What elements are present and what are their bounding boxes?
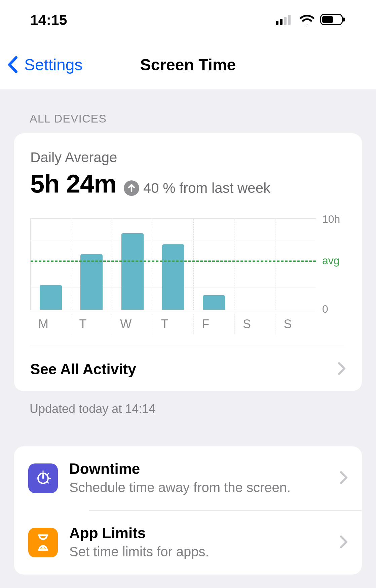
updated-timestamp: Updated today at 14:14 — [0, 391, 376, 416]
y-axis-avg-label: avg — [322, 254, 340, 267]
svg-point-12 — [42, 538, 44, 540]
page-title: Screen Time — [140, 56, 236, 74]
usage-summary-card: Daily Average 5h 24m 40 % from last week — [14, 133, 362, 391]
svg-rect-3 — [288, 15, 291, 25]
x-axis-tick: T — [71, 314, 112, 334]
chevron-right-icon — [340, 471, 348, 486]
chevron-right-icon — [340, 535, 348, 550]
status-time: 14:15 — [30, 12, 67, 28]
svg-line-11 — [47, 482, 48, 483]
back-button[interactable]: Settings — [24, 56, 82, 74]
see-all-activity-row[interactable]: See All Activity — [14, 347, 362, 391]
chart-bar — [71, 219, 112, 310]
chart-bar — [112, 219, 153, 310]
status-indicators — [276, 13, 346, 27]
svg-rect-0 — [276, 21, 278, 25]
app-limits-row[interactable]: App Limits Set time limits for apps. — [14, 511, 362, 575]
trend-text: 40 % from last week — [143, 180, 270, 196]
y-axis-bottom-label: 0 — [322, 303, 328, 315]
wifi-icon — [299, 14, 315, 27]
downtime-subtitle: Schedule time away from the screen. — [69, 479, 328, 496]
x-axis-tick: F — [194, 314, 235, 334]
chart-bar — [275, 219, 316, 310]
chart-bar — [153, 219, 194, 310]
status-bar: 14:15 — [0, 0, 376, 40]
y-axis-top-label: 10h — [322, 213, 340, 226]
chart-bar — [31, 219, 71, 310]
app-limits-subtitle: Set time limits for apps. — [69, 543, 328, 560]
downtime-row[interactable]: Downtime Schedule time away from the scr… — [14, 446, 362, 510]
x-axis-tick: S — [275, 314, 316, 334]
options-list: Downtime Schedule time away from the scr… — [14, 446, 362, 575]
svg-line-9 — [47, 474, 48, 475]
app-limits-title: App Limits — [69, 525, 328, 542]
svg-rect-6 — [343, 18, 345, 22]
navigation-bar: Settings Screen Time — [0, 40, 376, 89]
trend-indicator: 40 % from last week — [124, 180, 270, 196]
svg-rect-5 — [322, 16, 333, 23]
content-area: ALL DEVICES Daily Average 5h 24m 40 % fr… — [0, 89, 376, 588]
downtime-title: Downtime — [69, 460, 328, 477]
x-axis-tick: T — [153, 314, 194, 334]
section-header-all-devices: ALL DEVICES — [0, 106, 376, 133]
battery-icon — [320, 13, 346, 27]
arrow-up-icon — [124, 180, 139, 196]
chevron-right-icon — [338, 362, 346, 377]
see-all-activity-label: See All Activity — [30, 361, 136, 378]
x-axis-tick: S — [235, 314, 276, 334]
x-axis-tick: W — [112, 314, 153, 334]
chart-bar — [194, 219, 234, 310]
usage-chart: 10h avg 0 — [30, 218, 346, 310]
daily-average-value: 5h 24m — [30, 169, 116, 198]
cellular-signal-icon — [276, 14, 294, 26]
daily-average-label: Daily Average — [30, 149, 346, 166]
svg-rect-1 — [280, 19, 283, 25]
chart-bar — [234, 219, 275, 310]
hourglass-icon — [28, 528, 58, 557]
x-axis-tick: M — [30, 314, 71, 334]
svg-rect-2 — [284, 17, 287, 25]
back-chevron-icon[interactable] — [7, 55, 18, 74]
downtime-icon — [28, 463, 58, 493]
